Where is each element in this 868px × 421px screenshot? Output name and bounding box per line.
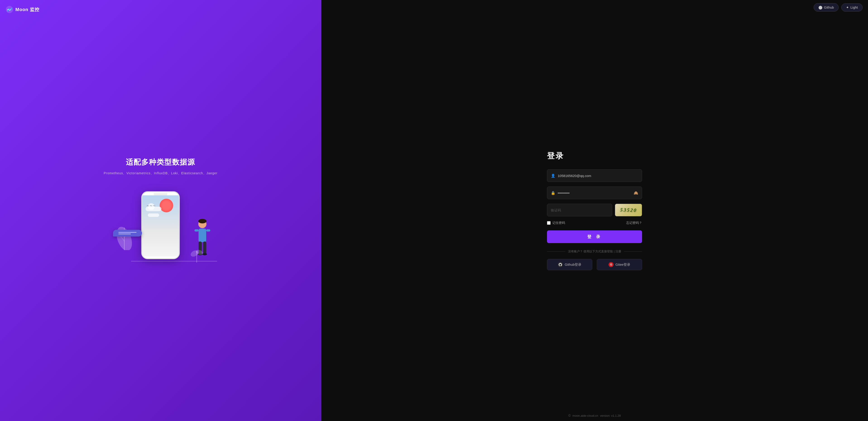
footer: © moon.aide-cloud.cn version: v1.1.28 [321, 410, 868, 421]
theme-toggle-button[interactable]: ✦ Light [841, 3, 863, 11]
remember-label-text: 记住密码 [552, 221, 565, 225]
logo-text: Moon 监控 [16, 6, 39, 13]
right-panel: 登录 👤 🔒 🙈 [321, 0, 868, 421]
phone-frame: 〜〜〜 [141, 191, 180, 259]
remember-checkbox[interactable] [547, 221, 551, 225]
chat-line-2 [118, 234, 131, 234]
oauth-buttons-row: Github登录 G Gitee登录 [547, 259, 642, 270]
lock-icon: 🔒 [551, 191, 555, 195]
left-panel-title: 适配多种类型数据源 [126, 157, 195, 167]
gitee-oauth-icon: G [609, 262, 614, 267]
divider-row: 没有账户？ 使用以下方式直接登陆 | 注册 [547, 250, 642, 254]
svg-rect-6 [198, 229, 206, 242]
captcha-input-wrapper [547, 204, 612, 216]
logo-icon [5, 5, 13, 13]
logo-area: Moon 监控 [5, 5, 39, 13]
remember-me-label[interactable]: 记住密码 [547, 221, 565, 225]
forgot-password-link[interactable]: 忘记密码？ [626, 221, 642, 225]
captcha-text: 53520 [620, 207, 637, 214]
github-oauth-icon [558, 262, 563, 267]
login-button[interactable]: 登 录 [547, 230, 642, 243]
footer-website: moon.aide-cloud.cn [572, 414, 598, 417]
plant-decoration [190, 245, 204, 263]
password-form-group: 🔒 🙈 [547, 187, 642, 199]
email-form-group: 👤 [547, 169, 642, 182]
user-icon: 👤 [551, 173, 555, 178]
options-row: 记住密码 忘记密码？ [547, 221, 642, 225]
divider-text: 没有账户？ 使用以下方式直接登陆 | 注册 [568, 250, 621, 254]
login-title: 登录 [547, 151, 642, 161]
chat-line-1 [118, 232, 136, 233]
svg-rect-7 [194, 229, 198, 232]
gitee-login-button[interactable]: G Gitee登录 [597, 259, 642, 270]
password-input[interactable] [558, 191, 632, 195]
left-panel: Moon 监控 适配多种类型数据源 Prometheus、Victoriamet… [0, 0, 321, 421]
footer-copyright-icon: © [568, 414, 571, 417]
topbar: ⬤ Github ✦ Light [808, 0, 868, 15]
github-topbar-label: Github [824, 5, 834, 9]
svg-rect-10 [203, 241, 206, 254]
email-input[interactable] [558, 174, 638, 178]
captcha-input[interactable] [551, 208, 608, 212]
phone-illustration: 〜〜〜 [122, 187, 199, 264]
svg-rect-8 [206, 229, 210, 232]
captcha-form-group: 53520 [547, 204, 642, 216]
svg-point-13 [198, 219, 207, 223]
github-topbar-icon: ⬤ [818, 5, 823, 9]
github-topbar-button[interactable]: ⬤ Github [814, 3, 839, 11]
login-container: 登录 👤 🔒 🙈 [547, 151, 642, 270]
leaf-decoration [115, 223, 133, 250]
sun-circle [160, 199, 173, 212]
cloud-decoration-2 [148, 214, 159, 217]
github-login-button[interactable]: Github登录 [547, 259, 592, 270]
eye-toggle-icon[interactable]: 🙈 [634, 191, 638, 195]
theme-icon: ✦ [846, 5, 849, 9]
birds-decoration: 〜〜〜 [147, 204, 156, 207]
ground-line [131, 261, 217, 261]
theme-label: Light [850, 5, 858, 9]
gitee-login-label: Gitee登录 [615, 263, 630, 267]
footer-version: version: v1.1.28 [600, 414, 621, 417]
password-input-wrapper: 🔒 🙈 [547, 187, 642, 199]
email-input-wrapper: 👤 [547, 169, 642, 182]
main-layout: Moon 监控 适配多种类型数据源 Prometheus、Victoriamet… [0, 0, 868, 421]
chat-bubble [113, 230, 142, 236]
captcha-image[interactable]: 53520 [615, 204, 642, 216]
github-login-label: Github登录 [565, 263, 581, 267]
left-panel-subtitle: Prometheus、Victoriametrics、InfluxDB、Loki… [104, 171, 218, 175]
phone-screen: 〜〜〜 [142, 195, 179, 256]
